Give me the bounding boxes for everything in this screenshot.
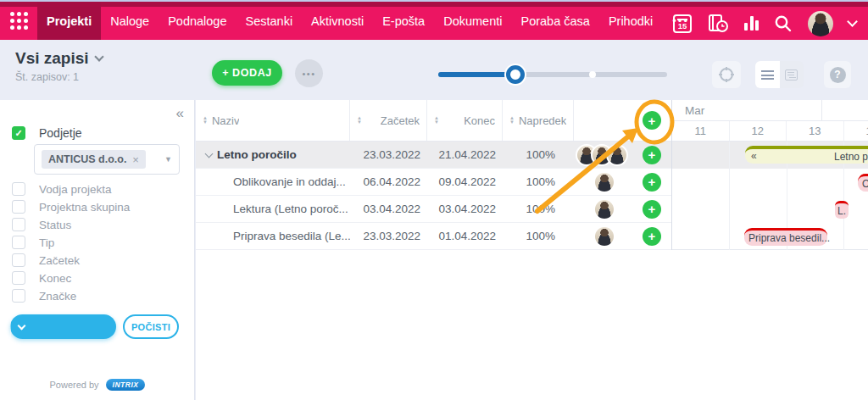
- filter-dropdown-button[interactable]: [10, 314, 32, 339]
- search-button[interactable]: [774, 14, 793, 33]
- row-add-button[interactable]: +: [643, 146, 661, 164]
- column-header-napredek[interactable]: ▲▼ Napredek: [503, 100, 574, 141]
- locate-today-button[interactable]: [712, 61, 741, 88]
- intrix-logo[interactable]: INTRIX: [106, 379, 146, 391]
- nav-tab-dokumenti[interactable]: Dokumenti: [434, 2, 511, 40]
- cell-start: 06.04.2022: [350, 175, 427, 188]
- filter-podjetje[interactable]: ✓ Podjetje: [12, 126, 82, 140]
- avatar[interactable]: [593, 198, 615, 220]
- bar-chart-icon: [744, 16, 759, 31]
- nav-tab-eposta[interactable]: E-pošta: [373, 2, 434, 40]
- add-record-header-button[interactable]: +: [643, 111, 661, 130]
- help-icon: ?: [830, 67, 846, 83]
- table-row[interactable]: Oblikovanje in oddaj... 06.04.2022 09.04…: [196, 169, 671, 196]
- tag-remove-icon[interactable]: ×: [132, 153, 139, 166]
- filter-zacetek[interactable]: Začetek: [12, 253, 80, 267]
- cell-progress: 100%: [503, 203, 574, 215]
- cell-start: 03.04.2022: [350, 203, 427, 215]
- row-add-button[interactable]: +: [643, 227, 661, 246]
- app-grid-button[interactable]: [0, 2, 37, 40]
- checkbox-icon[interactable]: [12, 271, 25, 285]
- checkbox-icon[interactable]: [12, 289, 25, 303]
- checkbox-icon[interactable]: [12, 218, 25, 231]
- calendar-icon: 15: [673, 14, 692, 33]
- column-header-zacetek[interactable]: ▲▼ Začetek: [350, 100, 427, 141]
- list-view-button[interactable]: [755, 61, 780, 88]
- cell-end: 01.04.2022: [427, 230, 503, 242]
- filter-konec[interactable]: Konec: [12, 271, 71, 285]
- checkbox-icon[interactable]: [12, 236, 25, 249]
- nav-tabs: Projekti Naloge Podnaloge Sestanki Aktiv…: [37, 2, 662, 40]
- reports-button[interactable]: [744, 16, 759, 31]
- slider-fill: [438, 72, 515, 77]
- sidebar-collapse-button[interactable]: «: [176, 105, 184, 122]
- filter-label: Vodja projekta: [39, 183, 112, 196]
- company-select[interactable]: ANTICUS d.o.o. × ▼: [34, 144, 180, 175]
- slider-midpoint-dot: [589, 71, 596, 78]
- nav-tab-poraba-casa[interactable]: Poraba časa: [511, 2, 598, 40]
- nav-tab-aktivnosti[interactable]: Aktivnosti: [302, 2, 373, 40]
- filter-status[interactable]: Status: [12, 218, 71, 231]
- company-tag: ANTICUS d.o.o. ×: [42, 150, 146, 169]
- checkbox-icon[interactable]: [12, 253, 25, 267]
- filter-projektna-skupina[interactable]: Projektna skupina: [12, 200, 130, 214]
- filter-vodja-projekta[interactable]: Vodja projekta: [12, 182, 112, 196]
- avatar[interactable]: [593, 225, 615, 247]
- filter-znacke[interactable]: Značke: [12, 289, 76, 303]
- filter-label: Projektna skupina: [39, 201, 130, 214]
- nav-tab-naloge[interactable]: Naloge: [101, 2, 159, 40]
- filter-apply-button[interactable]: FILTRIRAJ: [10, 314, 116, 339]
- row-add-button[interactable]: +: [643, 173, 661, 192]
- row-add-button[interactable]: +: [643, 200, 661, 219]
- avatar[interactable]: [606, 144, 628, 166]
- view-selector[interactable]: Vsi zapisi: [15, 49, 103, 68]
- app-window: Projekti Naloge Podnaloge Sestanki Aktiv…: [0, 0, 868, 400]
- help-button[interactable]: ?: [824, 61, 851, 88]
- toolbar-more-button[interactable]: •••: [295, 59, 323, 87]
- table-header: ▲▼ Naziv ▲▼ Začetek ▲▼ Konec ▲▼ Napredek…: [196, 100, 671, 142]
- cell-end: 21.04.2022: [427, 148, 503, 161]
- checkbox-icon[interactable]: [12, 182, 25, 196]
- sort-icon: ▲▼: [203, 116, 208, 125]
- cell-progress: 100%: [503, 230, 574, 242]
- add-button[interactable]: + DODAJ: [212, 60, 282, 86]
- gantt-view-button[interactable]: [780, 61, 804, 88]
- table-row[interactable]: Letno poročilo 23.03.2022 21.04.2022 100…: [196, 142, 671, 169]
- filter-sidebar: « ✓ Podjetje ANTICUS d.o.o. × ▼ Vodja pr…: [0, 100, 195, 400]
- row-expand-chevron-icon[interactable]: [205, 149, 214, 158]
- nav-tab-podnaloge[interactable]: Podnaloge: [159, 2, 236, 40]
- calendar-button[interactable]: 15: [673, 14, 692, 33]
- table-row[interactable]: Priprava besedila (Le... 23.03.2022 01.0…: [196, 223, 671, 250]
- nav-tab-prihodki[interactable]: Prihodki: [599, 2, 662, 40]
- chevron-down-icon: [94, 52, 103, 61]
- nav-tab-sestanki[interactable]: Sestanki: [236, 2, 302, 40]
- main-panel: ▲▼ Naziv ▲▼ Začetek ▲▼ Konec ▲▼ Napredek…: [196, 100, 868, 400]
- gantt-grid: « Letno p O L. Priprava besedil...: [672, 142, 868, 250]
- gantt-bar-oblikovanje[interactable]: O: [858, 174, 868, 192]
- column-header-naziv[interactable]: ▲▼ Naziv: [196, 100, 350, 141]
- gantt-bar-lektura[interactable]: L.: [835, 201, 849, 219]
- timesheet-button[interactable]: [707, 14, 729, 34]
- nav-tab-projekti[interactable]: Projekti: [37, 2, 101, 40]
- user-menu-chevron-icon[interactable]: [847, 16, 858, 27]
- column-header-konec[interactable]: ▲▼ Konec: [427, 100, 503, 141]
- zoom-slider[interactable]: [438, 72, 667, 77]
- filter-label: Status: [39, 219, 71, 231]
- assignee-avatars: [574, 144, 632, 166]
- filter-tip[interactable]: Tip: [12, 236, 54, 249]
- cell-progress: 100%: [503, 148, 574, 161]
- checkbox-checked-icon[interactable]: ✓: [12, 126, 25, 140]
- gantt-bar-letno-porocilo[interactable]: « Letno p: [745, 146, 868, 164]
- list-icon: [761, 70, 774, 80]
- clear-filters-button[interactable]: POČISTI: [123, 314, 179, 339]
- checkbox-icon[interactable]: [12, 200, 25, 214]
- user-avatar[interactable]: [808, 11, 833, 36]
- gantt-bar-priprava[interactable]: Priprava besedil...: [744, 228, 827, 246]
- table-row[interactable]: Lektura (Letno poroč... 03.04.2022 03.04…: [196, 196, 671, 223]
- gantt-week-label: 12: [730, 121, 787, 141]
- avatar[interactable]: [593, 171, 615, 193]
- gantt-week-label: 14: [844, 121, 868, 141]
- slider-handle[interactable]: [506, 65, 525, 84]
- gantt-week-label: 11: [672, 121, 730, 141]
- gantt-month-row: Mar: [672, 100, 868, 121]
